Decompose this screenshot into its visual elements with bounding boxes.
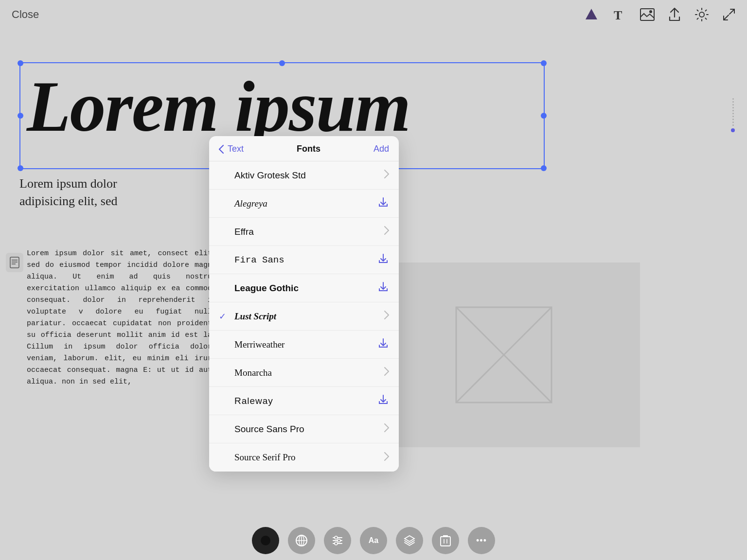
svg-point-22 bbox=[335, 542, 338, 545]
font-panel: Text Fonts Add Aktiv Grotesk Std Alegrey… bbox=[209, 136, 399, 472]
back-label: Text bbox=[228, 144, 244, 154]
font-item[interactable]: League Gothic bbox=[209, 274, 399, 302]
share-icon[interactable] bbox=[668, 7, 681, 22]
font-item-name: Effra bbox=[234, 227, 254, 237]
panel-title: Fonts bbox=[244, 144, 374, 154]
top-bar: Close T bbox=[0, 0, 747, 29]
svg-rect-5 bbox=[10, 257, 19, 268]
font-item[interactable]: ✓Lust Script bbox=[209, 302, 399, 331]
delete-tool[interactable] bbox=[432, 527, 459, 554]
font-item[interactable]: Alegreya bbox=[209, 190, 399, 218]
font-item-name: Fira Sans bbox=[234, 255, 285, 265]
image-icon[interactable] bbox=[640, 8, 655, 21]
svg-rect-23 bbox=[441, 537, 450, 546]
download-icon[interactable] bbox=[377, 196, 389, 210]
body-text-long: Lorem ipsum dolor sit amet, consect elit… bbox=[27, 248, 216, 388]
font-check-icon: ✓ bbox=[219, 311, 229, 322]
font-item[interactable]: Aktiv Grotesk Std bbox=[209, 161, 399, 190]
font-item[interactable]: Raleway bbox=[209, 387, 399, 415]
font-panel-header: Text Fonts Add bbox=[209, 136, 399, 161]
font-item[interactable]: Monarcha bbox=[209, 359, 399, 387]
font-item-name: Raleway bbox=[234, 396, 273, 406]
sidebar-handle[interactable] bbox=[729, 62, 737, 169]
svg-point-3 bbox=[649, 10, 652, 13]
font-item-name: Aktiv Grotesk Std bbox=[234, 170, 306, 181]
svg-point-12 bbox=[261, 536, 270, 545]
back-button[interactable]: Text bbox=[219, 144, 244, 154]
handle-bottom-left[interactable] bbox=[18, 165, 23, 171]
shape-icon[interactable] bbox=[584, 7, 599, 22]
font-item[interactable]: Effra bbox=[209, 218, 399, 246]
svg-marker-0 bbox=[586, 9, 597, 19]
body-text-top: Lorem ipsum dolor adipisicing elit, sed bbox=[19, 175, 229, 210]
font-item-name: Source Sans Pro bbox=[234, 424, 304, 435]
svg-text:T: T bbox=[614, 8, 622, 21]
image-placeholder bbox=[368, 262, 640, 447]
chevron-right-icon bbox=[384, 423, 389, 435]
download-icon[interactable] bbox=[377, 337, 389, 351]
top-bar-left: Close bbox=[12, 8, 39, 21]
chevron-right-icon bbox=[384, 311, 389, 322]
download-icon[interactable] bbox=[377, 281, 389, 295]
handle-top-center[interactable] bbox=[279, 60, 285, 66]
font-item[interactable]: Fira Sans bbox=[209, 246, 399, 274]
font-item-name: Source Serif Pro bbox=[234, 452, 296, 463]
more-tool[interactable]: ••• bbox=[468, 527, 495, 554]
sliders-tool[interactable] bbox=[324, 527, 351, 554]
svg-point-20 bbox=[335, 536, 338, 539]
settings-icon[interactable] bbox=[694, 7, 709, 22]
left-sidebar-icon[interactable] bbox=[6, 253, 23, 272]
bottom-toolbar: Aa ••• bbox=[0, 521, 747, 560]
font-item[interactable]: Source Serif Pro bbox=[209, 443, 399, 472]
font-item-name: Alegreya bbox=[234, 198, 267, 209]
expand-icon[interactable] bbox=[723, 8, 735, 21]
font-item-name: Merriweather bbox=[234, 339, 285, 350]
font-item-name: League Gothic bbox=[234, 283, 299, 294]
handle-middle-left[interactable] bbox=[18, 113, 23, 119]
top-bar-right: T bbox=[584, 7, 735, 22]
text-size-tool[interactable]: Aa bbox=[360, 527, 387, 554]
chevron-right-icon bbox=[384, 452, 389, 463]
chevron-right-icon bbox=[384, 367, 389, 378]
font-list: Aktiv Grotesk Std Alegreya Effra Fira Sa… bbox=[209, 161, 399, 472]
font-item-name: Lust Script bbox=[234, 311, 276, 322]
lorem-large-text: Lorem ipsum bbox=[27, 70, 410, 142]
font-item[interactable]: Merriweather bbox=[209, 331, 399, 359]
handle-bottom-right[interactable] bbox=[541, 165, 547, 171]
circle-grid-tool[interactable] bbox=[288, 527, 315, 554]
download-icon[interactable] bbox=[377, 394, 389, 408]
add-button[interactable]: Add bbox=[374, 144, 389, 154]
chevron-right-icon bbox=[384, 170, 389, 181]
handle-middle-right[interactable] bbox=[541, 113, 547, 119]
chevron-right-icon bbox=[384, 226, 389, 237]
font-item[interactable]: Source Sans Pro bbox=[209, 415, 399, 443]
text-icon[interactable]: T bbox=[613, 8, 626, 21]
color-tool[interactable] bbox=[252, 527, 279, 554]
svg-point-21 bbox=[338, 539, 340, 542]
close-button[interactable]: Close bbox=[12, 8, 39, 21]
handle-top-right[interactable] bbox=[541, 60, 547, 66]
font-item-name: Monarcha bbox=[234, 368, 272, 378]
layers-tool[interactable] bbox=[396, 527, 423, 554]
canvas-area: Lorem ipsum Lorem ipsum dolor adipisicin… bbox=[0, 29, 747, 521]
download-icon[interactable] bbox=[377, 253, 389, 267]
svg-point-4 bbox=[699, 12, 704, 17]
handle-top-left[interactable] bbox=[18, 60, 23, 66]
